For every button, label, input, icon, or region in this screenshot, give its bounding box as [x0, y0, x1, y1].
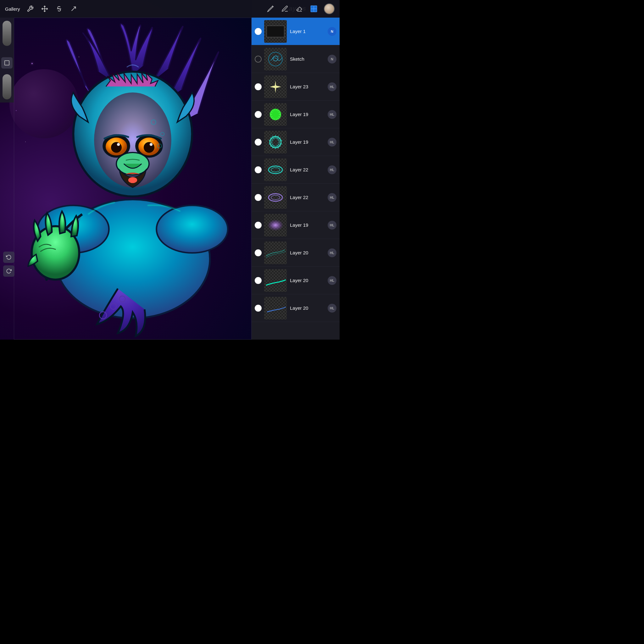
layer-name: Layer 23 — [290, 84, 328, 89]
layer-name: Layer 19 — [290, 139, 328, 145]
layer-visibility-toggle[interactable] — [255, 83, 262, 90]
layer-name: Sketch — [290, 56, 328, 62]
svg-point-41 — [268, 219, 283, 231]
side-tools — [0, 18, 14, 103]
arrow-icon[interactable] — [69, 4, 78, 13]
undo-button[interactable] — [3, 252, 14, 263]
pencil-icon[interactable] — [266, 4, 275, 13]
layer-name: Layer 20 — [290, 305, 328, 311]
layer-thumbnail — [264, 131, 287, 153]
layer-item[interactable]: Layer 20 HL — [252, 294, 340, 322]
layer-name: Layer 1 — [290, 29, 328, 34]
layer-visibility-toggle[interactable] — [255, 56, 262, 63]
layer-blend-mode-badge[interactable]: HL — [328, 165, 336, 174]
layer-item[interactable]: Layer 23 HL — [252, 73, 340, 101]
layer-name: Layer 22 — [290, 195, 328, 200]
toolbar: Gallery — [0, 0, 340, 18]
layer-blend-mode-badge[interactable]: HL — [328, 304, 336, 313]
layer-thumbnail — [264, 186, 287, 209]
layer-blend-mode-badge[interactable]: HL — [328, 193, 336, 202]
layer-name: Layer 20 — [290, 250, 328, 255]
layer-item[interactable]: Layer 22 HL — [252, 156, 340, 184]
layers-list: Layer 1 N Sketch N — [252, 18, 340, 340]
undo-redo-controls — [3, 252, 14, 277]
layer-visibility-toggle[interactable] — [255, 222, 262, 229]
layer-thumbnail — [264, 103, 287, 126]
layer-name: Layer 20 — [290, 278, 328, 283]
pen-icon[interactable] — [280, 4, 289, 13]
eraser-icon[interactable] — [295, 4, 304, 13]
avatar[interactable] — [324, 3, 335, 14]
layer-visibility-toggle[interactable] — [255, 139, 262, 146]
layer-blend-mode-badge[interactable]: HL — [328, 82, 336, 91]
svg-line-3 — [71, 7, 75, 11]
layer-thumbnail — [264, 75, 287, 98]
layer-thumbnail — [264, 241, 287, 264]
layer-item[interactable]: Layer 19 HL — [252, 211, 340, 239]
svg-point-33 — [269, 52, 282, 66]
layer-visibility-toggle[interactable] — [255, 249, 262, 256]
layer-name: Layer 22 — [290, 167, 328, 172]
svg-rect-8 — [314, 9, 317, 12]
canvas-area[interactable] — [0, 0, 252, 340]
svg-point-34 — [273, 56, 278, 61]
layer-blend-mode-badge[interactable]: HL — [328, 276, 336, 285]
opacity-slider[interactable] — [3, 74, 11, 99]
layer-item[interactable]: Layer 19 HL — [252, 128, 340, 156]
svg-rect-7 — [311, 9, 314, 12]
layer-visibility-toggle[interactable] — [255, 166, 262, 173]
layer-visibility-toggle[interactable] — [255, 194, 262, 201]
svg-point-40 — [271, 195, 280, 200]
toolbar-right — [266, 3, 335, 14]
layer-thumbnail — [264, 158, 287, 181]
layer-item[interactable]: Sketch N — [252, 45, 340, 73]
layer-blend-mode-badge[interactable]: HL — [328, 221, 336, 230]
redo-button[interactable] — [3, 265, 14, 277]
toolbar-left: Gallery — [5, 4, 78, 13]
layer-item[interactable]: Layer 22 HL — [252, 184, 340, 211]
layer-item[interactable]: Layer 20 HL — [252, 239, 340, 267]
gallery-label: Gallery — [5, 6, 20, 12]
layer-visibility-toggle[interactable] — [255, 111, 262, 118]
layers-panel: Layers + Layer 1 N — [252, 0, 340, 340]
modify-icon[interactable] — [40, 4, 49, 13]
layer-thumbnail — [264, 297, 287, 319]
layer-blend-mode-badge[interactable]: N — [328, 27, 336, 36]
svg-point-39 — [269, 194, 282, 201]
layer-thumbnail — [264, 48, 287, 70]
layer-thumbnail — [264, 269, 287, 292]
layer-blend-mode-badge[interactable]: N — [328, 55, 336, 64]
gallery-button[interactable]: Gallery — [5, 6, 20, 12]
svg-rect-9 — [5, 61, 9, 65]
layers-stack-icon[interactable] — [309, 4, 318, 13]
wrench-icon[interactable] — [26, 4, 35, 13]
layer-thumbnail — [264, 214, 287, 236]
canvas-frame — [14, 18, 252, 340]
layer-visibility-toggle[interactable] — [255, 28, 262, 35]
layer-name: Layer 19 — [290, 112, 328, 117]
svg-point-38 — [271, 168, 280, 172]
layer-blend-mode-badge[interactable]: HL — [328, 110, 336, 119]
layer-visibility-toggle[interactable] — [255, 277, 262, 284]
layer-blend-mode-badge[interactable]: HL — [328, 138, 336, 147]
layer-name: Layer 19 — [290, 222, 328, 228]
layer-item[interactable]: Layer 1 N — [252, 18, 340, 45]
svg-rect-5 — [311, 6, 314, 9]
svg-point-37 — [269, 166, 282, 174]
svg-rect-6 — [314, 6, 317, 9]
brush-size-slider[interactable] — [3, 21, 11, 46]
layer-item[interactable]: Layer 19 HL — [252, 101, 340, 128]
layer-visibility-toggle[interactable] — [255, 305, 262, 312]
strikethrough-icon[interactable] — [55, 4, 64, 13]
square-frame-tool[interactable] — [1, 57, 13, 69]
layer-blend-mode-badge[interactable]: HL — [328, 248, 336, 257]
layer-item[interactable]: Layer 20 HL — [252, 267, 340, 294]
layer-thumbnail — [264, 20, 287, 43]
